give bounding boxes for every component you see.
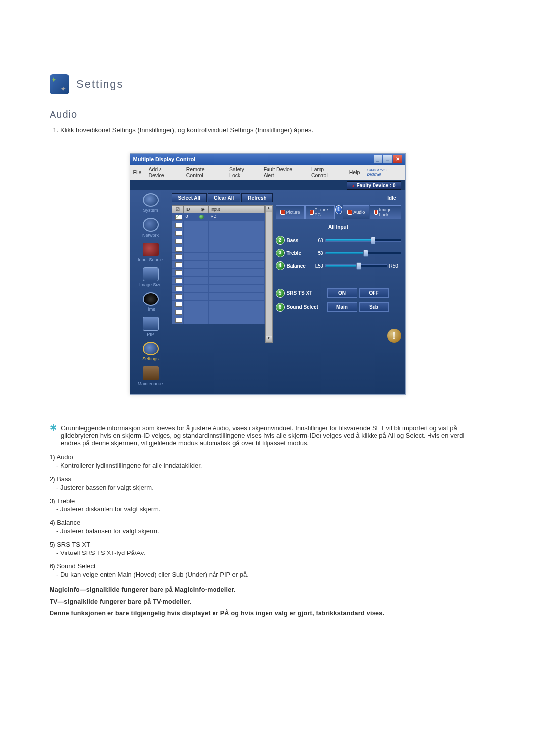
callout-1: 1 (335, 205, 342, 214)
col-check[interactable]: ☑ (172, 206, 184, 213)
refresh-button[interactable]: Refresh (241, 193, 272, 202)
row-checkbox[interactable] (175, 215, 182, 220)
faulty-device-badge: Faulty Device : 0 (347, 181, 401, 190)
col-input: Input (209, 206, 265, 213)
sound-main-button[interactable]: Main (327, 302, 357, 312)
close-button[interactable]: ✕ (393, 155, 402, 163)
bass-label: Bass (287, 238, 310, 243)
status-idle: Idle (387, 195, 401, 201)
clear-all-button[interactable]: Clear All (208, 193, 240, 202)
device-table: ☑ ID ◉ Input 0 PC (172, 205, 265, 343)
sound-select-label: Sound Select (287, 304, 325, 310)
menubar: File Add a Device Remote Control Safety … (130, 165, 405, 180)
menu-file[interactable]: File (133, 169, 142, 175)
tab-picture-pc[interactable]: Picture PC (305, 205, 335, 219)
page-heading: Settings (76, 78, 124, 91)
balance-left: L50 (312, 263, 323, 269)
balance-slider[interactable] (325, 264, 387, 267)
app-screenshot: Multiple Display Control _ □ ✕ File Add … (130, 153, 406, 395)
info-paragraph: Grunnleggende informasjon som kreves for… (61, 424, 485, 447)
sidebar-item-time[interactable]: Time (131, 292, 170, 312)
srs-label: SRS TS XT (287, 290, 325, 296)
numbered-list: 1) Audio- Kontrollerer lydinnstillingene… (50, 454, 485, 578)
menu-add-device[interactable]: Add a Device (148, 166, 179, 178)
sidebar-item-input-source[interactable]: Input Source (131, 243, 170, 262)
srs-on-button[interactable]: ON (327, 288, 357, 298)
menu-remote-control[interactable]: Remote Control (186, 166, 222, 178)
col-id: ID (184, 206, 197, 213)
sidebar-item-settings[interactable]: Settings (131, 342, 170, 361)
sidebar-item-maintenance[interactable]: Maintenance (131, 366, 170, 386)
tab-audio[interactable]: Audio (343, 205, 369, 219)
window-title: Multiple Display Control (133, 156, 196, 162)
callout-5: 5 (276, 289, 285, 298)
menu-safety-lock[interactable]: Safety Lock (229, 166, 257, 178)
callout-6: 6 (276, 303, 285, 312)
minimize-button[interactable]: _ (374, 155, 382, 163)
balance-right: R50 (389, 263, 401, 269)
bass-slider[interactable] (325, 239, 401, 242)
sidebar-item-image-size[interactable]: Image Size (131, 267, 170, 287)
brand-label: SAMSUNG DIGITall (367, 168, 402, 177)
scrollbar[interactable]: ▲ ▼ (265, 205, 273, 343)
menu-fault-device-alert[interactable]: Fault Device Alert (264, 166, 304, 178)
bass-value: 60 (312, 238, 323, 243)
scroll-up-icon[interactable]: ▲ (266, 206, 272, 212)
treble-slider[interactable] (325, 252, 401, 254)
col-status: ◉ (197, 206, 209, 213)
callout-4: 4 (276, 261, 285, 270)
scroll-down-icon[interactable]: ▼ (266, 336, 272, 342)
table-row[interactable]: 0 PC (172, 213, 265, 221)
intro-step: Klikk hovedikonet Settings (Innstillinge… (60, 126, 485, 134)
section-title: Audio (50, 109, 485, 120)
status-dot-icon (199, 215, 204, 219)
sidebar: System Network Input Source Image Size T… (130, 190, 171, 394)
menu-help[interactable]: Help (349, 169, 360, 175)
maximize-button[interactable]: □ (383, 155, 392, 163)
info-icon: ! (387, 329, 401, 343)
star-icon: ✱ (50, 424, 57, 431)
sidebar-item-pip[interactable]: PIP (131, 317, 170, 337)
all-input-label: All Input (276, 224, 401, 230)
sound-sub-button[interactable]: Sub (359, 302, 389, 312)
treble-label: Treble (287, 251, 310, 256)
callout-2: 2 (276, 236, 285, 245)
balance-label: Balance (287, 263, 310, 269)
sidebar-item-network[interactable]: Network (131, 218, 170, 238)
tab-image-lock[interactable]: Image Lock (370, 205, 401, 219)
callout-3: 3 (276, 249, 285, 257)
footer-notes: MagicInfo—signalkilde fungerer bare på M… (50, 586, 485, 617)
srs-off-button[interactable]: OFF (359, 288, 389, 298)
settings-puzzle-icon (50, 74, 69, 94)
window-titlebar: Multiple Display Control _ □ ✕ (130, 154, 405, 165)
tab-picture[interactable]: Picture (276, 205, 305, 219)
select-all-button[interactable]: Select All (172, 193, 207, 202)
menu-lamp-control[interactable]: Lamp Control (311, 166, 342, 178)
sidebar-item-system[interactable]: System (131, 193, 170, 213)
treble-value: 50 (312, 251, 323, 256)
